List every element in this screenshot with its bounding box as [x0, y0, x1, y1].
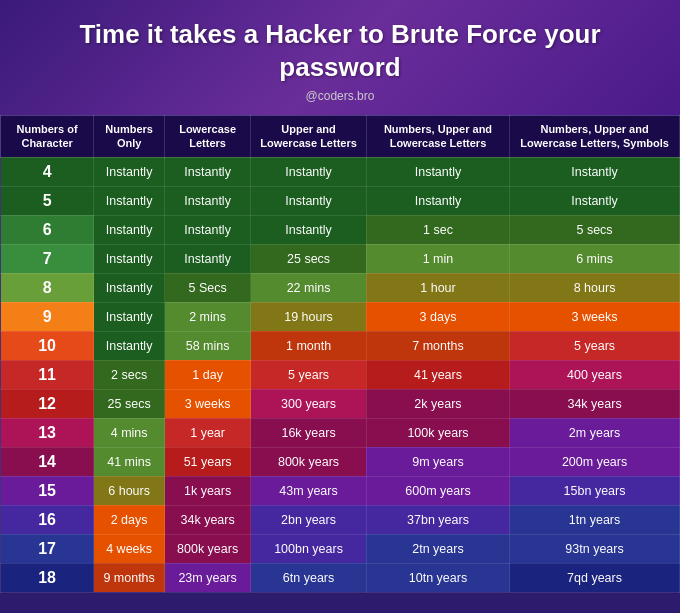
table-row: 9Instantly2 mins19 hours3 days3 weeks [1, 302, 680, 331]
table-cell: Instantly [165, 186, 251, 215]
table-cell: 100bn years [251, 534, 367, 563]
table-cell: 3 days [366, 302, 509, 331]
password-table: Numbers of Character Numbers Only Lowerc… [0, 115, 680, 593]
table-cell: 6 hours [94, 476, 165, 505]
table-cell: 15bn years [510, 476, 680, 505]
table-row: 10Instantly58 mins1 month7 months5 years [1, 331, 680, 360]
table-cell: Instantly [165, 157, 251, 186]
table-cell: Instantly [94, 215, 165, 244]
table-cell: 6 mins [510, 244, 680, 273]
col-header-upper-lower: Upper and Lowercase Letters [251, 116, 367, 158]
table-cell: 1 sec [366, 215, 509, 244]
page-title: Time it takes a Hacker to Brute Force yo… [20, 18, 660, 83]
table-cell: 1k years [165, 476, 251, 505]
table-cell: 5 years [251, 360, 367, 389]
table-cell: 2k years [366, 389, 509, 418]
table-cell: 4 [1, 157, 94, 186]
table-cell: 5 years [510, 331, 680, 360]
table-cell: 800k years [165, 534, 251, 563]
table-cell: Instantly [165, 244, 251, 273]
table-cell: 13 [1, 418, 94, 447]
table-row: 1441 mins51 years800k years9m years200m … [1, 447, 680, 476]
table-cell: Instantly [94, 331, 165, 360]
table-cell: 5 Secs [165, 273, 251, 302]
table-cell: Instantly [251, 186, 367, 215]
table-row: 156 hours1k years43m years600m years15bn… [1, 476, 680, 505]
table-cell: 14 [1, 447, 94, 476]
credit: @coders.bro [20, 89, 660, 103]
table-cell: 2m years [510, 418, 680, 447]
table-cell: 1tn years [510, 505, 680, 534]
table-row: 6InstantlyInstantlyInstantly1 sec5 secs [1, 215, 680, 244]
table-cell: Instantly [366, 157, 509, 186]
table-cell: 5 [1, 186, 94, 215]
title-section: Time it takes a Hacker to Brute Force yo… [0, 0, 680, 115]
table-cell: 9 [1, 302, 94, 331]
table-cell: 25 secs [251, 244, 367, 273]
table-cell: 8 hours [510, 273, 680, 302]
table-cell: 2 mins [165, 302, 251, 331]
table-cell: 16k years [251, 418, 367, 447]
table-cell: 2 days [94, 505, 165, 534]
table-cell: 9m years [366, 447, 509, 476]
table-cell: Instantly [94, 244, 165, 273]
table-cell: 7 months [366, 331, 509, 360]
table-cell: 3 weeks [165, 389, 251, 418]
table-cell: 34k years [510, 389, 680, 418]
table-cell: 11 [1, 360, 94, 389]
table-cell: 41 years [366, 360, 509, 389]
table-cell: 1 year [165, 418, 251, 447]
table-cell: 200m years [510, 447, 680, 476]
table-cell: 1 day [165, 360, 251, 389]
table-cell: Instantly [165, 215, 251, 244]
table-row: 5InstantlyInstantlyInstantlyInstantlyIns… [1, 186, 680, 215]
table-cell: 9 months [94, 563, 165, 592]
table-cell: Instantly [94, 157, 165, 186]
table-cell: 4 mins [94, 418, 165, 447]
table-cell: Instantly [510, 186, 680, 215]
table-cell: 17 [1, 534, 94, 563]
table-cell: 37bn years [366, 505, 509, 534]
table-cell: 3 weeks [510, 302, 680, 331]
table-row: 189 months23m years6tn years10tn years7q… [1, 563, 680, 592]
col-header-numbers: Numbers Only [94, 116, 165, 158]
table-row: 4InstantlyInstantlyInstantlyInstantlyIns… [1, 157, 680, 186]
table-row: 112 secs1 day5 years41 years400 years [1, 360, 680, 389]
table-header-row: Numbers of Character Numbers Only Lowerc… [1, 116, 680, 158]
table-cell: 7qd years [510, 563, 680, 592]
table-cell: 800k years [251, 447, 367, 476]
table-row: 174 weeks800k years100bn years2tn years9… [1, 534, 680, 563]
table-cell: 2 secs [94, 360, 165, 389]
table-cell: 6tn years [251, 563, 367, 592]
table-cell: Instantly [366, 186, 509, 215]
col-header-chars: Numbers of Character [1, 116, 94, 158]
table-cell: Instantly [94, 273, 165, 302]
table-cell: 300 years [251, 389, 367, 418]
table-cell: 10 [1, 331, 94, 360]
col-header-num-upper-lower: Numbers, Upper and Lowercase Letters [366, 116, 509, 158]
table-cell: 19 hours [251, 302, 367, 331]
table-cell: 22 mins [251, 273, 367, 302]
table-cell: 16 [1, 505, 94, 534]
table-cell: Instantly [510, 157, 680, 186]
table-cell: 41 mins [94, 447, 165, 476]
table-cell: 1 month [251, 331, 367, 360]
table-cell: 51 years [165, 447, 251, 476]
table-cell: 5 secs [510, 215, 680, 244]
table-row: 8Instantly5 Secs22 mins1 hour8 hours [1, 273, 680, 302]
table-row: 7InstantlyInstantly25 secs1 min6 mins [1, 244, 680, 273]
table-row: 162 days34k years2bn years37bn years1tn … [1, 505, 680, 534]
table-cell: 12 [1, 389, 94, 418]
table-cell: 7 [1, 244, 94, 273]
table-cell: Instantly [94, 186, 165, 215]
table-cell: Instantly [251, 157, 367, 186]
table-cell: 2tn years [366, 534, 509, 563]
table-cell: 23m years [165, 563, 251, 592]
table-cell: 93tn years [510, 534, 680, 563]
table-cell: 15 [1, 476, 94, 505]
table-row: 134 mins1 year16k years100k years2m year… [1, 418, 680, 447]
table-cell: 1 min [366, 244, 509, 273]
table-cell: Instantly [94, 302, 165, 331]
table-cell: 25 secs [94, 389, 165, 418]
table-cell: 400 years [510, 360, 680, 389]
